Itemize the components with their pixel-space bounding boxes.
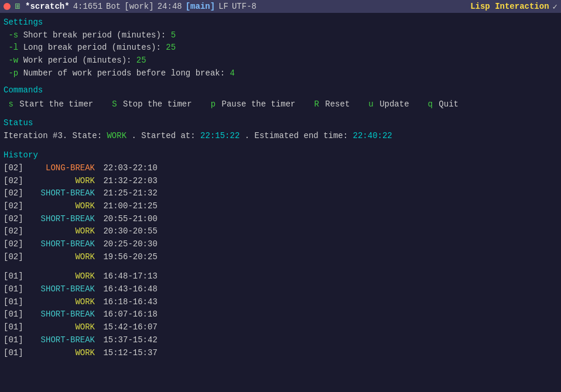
history-row: [02] WORK 21:32-22:03	[4, 175, 557, 188]
history-row: [02] LONG-BREAK 22:03-22:10	[4, 162, 557, 175]
cmd-quit[interactable]: q Quit	[428, 98, 459, 111]
settings-row-4: -p Number of work periods before long br…	[4, 68, 235, 78]
type-label: SHORT-BREAK	[25, 283, 95, 296]
mode-line: 🗏 *scratch* 4:1651 Bot [work] 24:48 [mai…	[0, 0, 561, 13]
iter-label: [02]	[4, 251, 25, 264]
type-label: WORK	[25, 175, 95, 188]
cmd-reset[interactable]: R Reset	[314, 98, 350, 111]
work-tag: [work]	[124, 2, 153, 11]
time-range: 21:25-21:32	[98, 187, 158, 200]
iter-label: [01]	[4, 334, 25, 347]
end-time: 22:40:22	[353, 131, 392, 140]
type-label: WORK	[25, 270, 95, 283]
short-break-val: 5	[171, 30, 176, 40]
history-group-1: [02] LONG-BREAK 22:03-22:10 [02] WORK 21…	[4, 162, 557, 264]
type-label: WORK	[25, 225, 95, 238]
type-label: WORK	[25, 321, 95, 334]
cmd-desc-quit: Quit	[434, 98, 459, 111]
cmd-key-R: R	[314, 98, 319, 111]
iter-label: [02]	[4, 238, 25, 251]
time-range: 15:37-15:42	[98, 334, 158, 347]
history-section: History	[4, 149, 557, 162]
time-range: 21:00-21:25	[98, 200, 158, 213]
iter-label: [01]	[4, 347, 25, 360]
history-group-spacer	[4, 263, 557, 270]
type-label: LONG-BREAK	[25, 162, 95, 175]
history-row: [02] WORK 20:30-20:55	[4, 225, 557, 238]
work-period-desc: Work period (minutes):	[23, 56, 136, 65]
commands-label: Commands	[4, 85, 43, 95]
settings-row-2: -l Long break period (minutes): 25	[4, 43, 176, 52]
iter-label: [02]	[4, 225, 25, 238]
time-range: 21:32-22:03	[98, 175, 158, 188]
type-label: WORK	[25, 251, 95, 264]
time-range: 15:12-15:37	[98, 347, 158, 360]
settings-row-1: -s Short break period (minutes): 5	[4, 30, 176, 40]
commands-row: s Start the timer S Stop the timer p Pau…	[4, 98, 557, 111]
time-range: 16:18-16:43	[98, 296, 158, 309]
cmd-start[interactable]: s Start the timer	[4, 98, 93, 111]
bot-label: Bot	[106, 2, 121, 11]
check-icon: ✓	[553, 2, 557, 12]
flag-p: -p	[4, 68, 18, 78]
iter-label: [02]	[4, 200, 25, 213]
iter-label: [01]	[4, 270, 25, 283]
close-dot-icon	[4, 3, 11, 10]
iter-label: [02]	[4, 187, 25, 200]
cmd-key-S: S	[112, 98, 117, 111]
history-label: History	[4, 150, 38, 160]
cmd-desc-start: Start the timer	[15, 98, 93, 111]
iter-label: [02]	[4, 213, 25, 226]
cmd-stop[interactable]: S Stop the timer	[112, 98, 191, 111]
time-range: 16:07-16:18	[98, 308, 158, 321]
iteration-text: Iteration #3. State:	[4, 131, 107, 140]
time-range: 16:48-17:13	[98, 270, 158, 283]
cmd-key-p: p	[211, 98, 215, 111]
flag-s: -s	[4, 30, 18, 40]
major-mode: Lisp Interaction	[470, 2, 549, 11]
type-label: SHORT-BREAK	[25, 213, 95, 226]
cmd-desc-pause: Pause the timer	[217, 98, 295, 111]
type-label: WORK	[25, 200, 95, 213]
history-row: [01] WORK 15:12-15:37	[4, 347, 557, 360]
iter-label: [02]	[4, 162, 25, 175]
cmd-key-q: q	[428, 98, 433, 111]
status-section: Status Iteration #3. State: WORK . Start…	[4, 117, 557, 142]
history-row: [01] WORK 16:48-17:13	[4, 270, 557, 283]
started-at-label: . Started at:	[131, 131, 200, 140]
time-range: 20:55-21:00	[98, 213, 158, 226]
cmd-desc-reset: Reset	[320, 98, 350, 111]
settings-row-3: -w Work period (minutes): 25	[4, 56, 146, 65]
encoding-label: UTF-8	[232, 2, 256, 11]
settings-label: Settings	[4, 18, 43, 27]
work-period-val: 25	[136, 56, 146, 65]
time-display: 24:48	[158, 2, 182, 11]
history-row: [02] SHORT-BREAK 20:25-20:30	[4, 238, 557, 251]
status-line: Iteration #3. State: WORK . Started at: …	[4, 131, 392, 140]
time-range: 15:42-16:07	[98, 321, 158, 334]
time-range: 16:43-16:48	[98, 283, 158, 296]
history-row: [01] SHORT-BREAK 16:43-16:48	[4, 283, 557, 296]
start-time: 22:15:22	[200, 131, 240, 140]
line-ending: LF	[218, 2, 228, 11]
type-label: SHORT-BREAK	[25, 238, 95, 251]
iter-label: [01]	[4, 308, 25, 321]
cmd-key-u: u	[368, 98, 373, 111]
settings-section: Settings -s Short break period (minutes)…	[4, 16, 557, 80]
commands-section: Commands s Start the timer S Stop the ti…	[4, 84, 557, 111]
cmd-update[interactable]: u Update	[368, 98, 409, 111]
long-break-val: 25	[166, 43, 176, 52]
type-label: WORK	[25, 347, 95, 360]
status-label: Status	[4, 118, 33, 128]
cmd-pause[interactable]: p Pause the timer	[211, 98, 296, 111]
cmd-key-s: s	[4, 98, 13, 111]
iter-label: [01]	[4, 296, 25, 309]
long-break-desc: Long break period (minutes):	[23, 43, 166, 52]
cursor-position: 4:1651	[73, 2, 102, 11]
state-work: WORK	[107, 131, 126, 140]
history-group-2: [01] WORK 16:48-17:13 [01] SHORT-BREAK 1…	[4, 270, 557, 359]
num-periods-desc: Number of work periods before long break…	[23, 68, 230, 78]
num-periods-val: 4	[230, 68, 234, 78]
iter-label: [01]	[4, 321, 25, 334]
type-label: SHORT-BREAK	[25, 308, 95, 321]
